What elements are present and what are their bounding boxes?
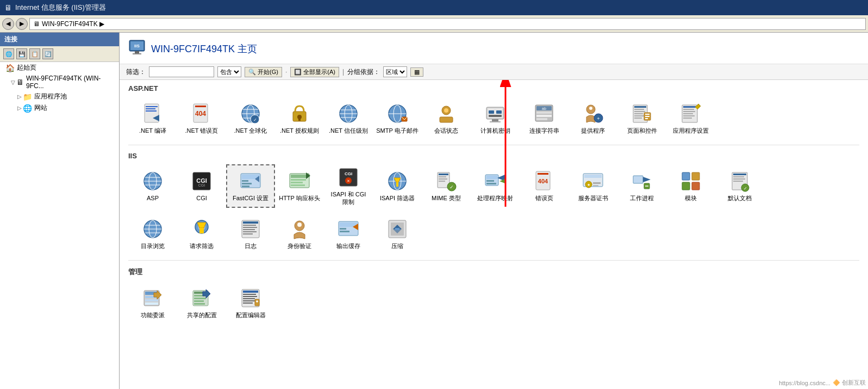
svg-rect-34 — [440, 117, 453, 122]
icon-dir-browse[interactable]: 目录浏览 — [128, 212, 177, 256]
icon-shared-config[interactable]: 共享的配置 — [177, 281, 226, 325]
icon-dotnet-compile[interactable]: .NET 编译 — [128, 97, 177, 140]
svg-rect-82 — [242, 186, 249, 187]
svg-rect-146 — [243, 221, 258, 224]
http-response-label: HTTP 响应标头 — [279, 194, 320, 202]
apppool-label: 应用程序池 — [34, 92, 67, 101]
expand-icon-apppool: ▷ — [17, 94, 22, 100]
svg-rect-39 — [489, 115, 502, 117]
apppool-icon: 📁 — [23, 92, 32, 101]
icon-app-settings[interactable]: 应用程序设置 — [666, 97, 715, 140]
shared-config-label: 共享的配置 — [187, 311, 217, 319]
svg-rect-178 — [194, 303, 205, 305]
icon-dotnet-global[interactable]: ✓ .NET 全球化 — [226, 97, 275, 140]
forward-button[interactable]: ▶ — [16, 18, 28, 30]
filter-input[interactable] — [149, 66, 214, 77]
cgi-icon: CGI CGI — [191, 170, 213, 192]
start-filter-button[interactable]: 🔍 开始(G) — [245, 67, 282, 77]
filter-label: 筛选： — [126, 67, 146, 77]
icon-modules[interactable]: 模块 — [666, 164, 715, 208]
icon-fastcgi[interactable]: FastCGI 设置 — [226, 164, 275, 208]
group-label: 分组依据： — [347, 67, 380, 77]
icon-output-cache[interactable]: 输出缓存 — [324, 212, 373, 256]
svg-rect-148 — [243, 227, 257, 228]
svg-rect-47 — [536, 118, 547, 120]
sidebar-toolbar: 🌐 💾 📋 🔄 — [0, 46, 119, 62]
svg-rect-125 — [682, 172, 690, 180]
icon-worker-process[interactable]: 工作进程 — [617, 164, 666, 208]
icon-asp[interactable]: ASP — [128, 164, 177, 208]
icon-session[interactable]: 会话状态 — [422, 97, 471, 140]
group-dropdown[interactable]: 区域 — [383, 66, 407, 77]
auth-label: 身份验证 — [288, 242, 311, 250]
auth-icon — [289, 218, 310, 240]
modules-label: 模块 — [685, 194, 697, 202]
sidebar-item-startpage[interactable]: 🏠 起始页 — [2, 62, 119, 73]
sidebar-tool-save[interactable]: 💾 — [16, 48, 27, 59]
svg-rect-184 — [243, 298, 255, 299]
fastcgi-label: FastCGI 设置 — [233, 194, 268, 202]
icon-log[interactable]: 日志 — [226, 212, 275, 256]
icon-auth[interactable]: 身份验证 — [275, 212, 324, 256]
smtp-icon — [386, 103, 408, 125]
icon-dotnet-trust[interactable]: .NET 信任级别 — [324, 97, 373, 140]
icon-smtp[interactable]: SMTP 电子邮件 — [373, 97, 422, 140]
sidebar-tool-refresh[interactable]: 🔄 — [42, 48, 53, 59]
icon-machine-key[interactable]: 计算机密钥 — [471, 97, 520, 140]
icon-isapi-cgi[interactable]: CGI ✕ ISAPI 和 CGI 限制 — [324, 164, 373, 208]
svg-rect-58 — [634, 118, 642, 119]
icon-config-editor[interactable]: 配置编辑器 — [226, 281, 275, 325]
svg-rect-126 — [692, 172, 700, 180]
svg-rect-80 — [242, 180, 248, 182]
request-filter-label: 请求筛选 — [190, 242, 214, 250]
isapi-filter-label: ISAPI 筛选器 — [380, 194, 415, 202]
svg-rect-2 — [135, 51, 139, 53]
svg-rect-102 — [439, 178, 447, 180]
icon-default-doc[interactable]: ✓ 默认文档 — [715, 164, 764, 208]
sidebar-tool-list[interactable]: 📋 — [29, 48, 40, 59]
dotnet-global-icon: ✓ — [240, 103, 261, 125]
icon-compress[interactable]: 压缩 — [373, 212, 422, 256]
icon-http-response[interactable]: HTTP 响应标头 — [275, 164, 324, 208]
icon-provider[interactable]: + 提供程序 — [569, 97, 617, 140]
dotnet-compile-icon — [142, 103, 164, 125]
icon-isapi-filter[interactable]: ISAPI 筛选器 — [373, 164, 422, 208]
icon-dotnet-error[interactable]: 404 .NET 错误页 — [177, 97, 226, 140]
back-button[interactable]: ◀ — [2, 18, 14, 30]
nav-bar: ◀ ▶ 🖥 WIN-9FC7IF494TK ▶ — [0, 15, 868, 33]
svg-rect-107 — [486, 176, 497, 179]
isapi-filter-icon — [386, 170, 408, 192]
icon-pages[interactable]: 页面和控件 — [617, 97, 666, 140]
icon-dotnet-auth[interactable]: .NET 授权规则 — [275, 97, 324, 140]
divider-aspnet-iis — [128, 145, 859, 145]
show-all-button[interactable]: 🔲 全部显示(A) — [290, 67, 339, 77]
sidebar-item-server[interactable]: ▽ 🖥 WIN-9FC7IF494TK (WIN-9FC... — [2, 73, 119, 91]
isapi-cgi-icon: CGI ✕ — [338, 166, 359, 188]
svg-point-153 — [297, 223, 302, 227]
error-pages-icon: 404 — [533, 170, 555, 192]
icon-cgi[interactable]: CGI CGI CGI — [177, 164, 226, 208]
iis-grid-2: 目录浏览 请求筛选 — [120, 212, 868, 260]
sidebar-tool-globe[interactable]: 🌐 — [3, 48, 14, 59]
machine-key-label: 计算机密钥 — [480, 127, 510, 134]
icon-mime[interactable]: ✓ MIME 类型 — [422, 164, 471, 208]
icon-server-cert[interactable]: ★ 服务器证书 — [569, 164, 617, 208]
sidebar-header: 连接 — [0, 33, 119, 46]
startpage-icon: 🏠 — [5, 64, 15, 72]
icon-request-filter[interactable]: 请求筛选 — [177, 212, 226, 256]
icon-feature-delegate[interactable]: 功能委派 — [128, 281, 177, 325]
icon-handler[interactable]: 处理程序映射 — [471, 164, 520, 208]
sidebar-item-website[interactable]: ▷ 🌐 网站 — [2, 102, 119, 114]
icon-conn-string[interactable]: ab 连接字符串 — [520, 97, 569, 140]
server-icon: 🖥 — [16, 78, 24, 87]
icon-error-pages[interactable]: 404 错误页 — [520, 164, 569, 208]
handler-label: 处理程序映射 — [477, 194, 513, 202]
svg-text:404: 404 — [195, 110, 206, 118]
sidebar-item-apppool[interactable]: ▷ 📁 应用程序池 — [2, 91, 119, 102]
filter-dropdown[interactable]: 包含 — [217, 66, 241, 77]
content-header-title: WIN-9FC7IF494TK 主页 — [151, 42, 257, 55]
dotnet-auth-label: .NET 授权规则 — [280, 127, 319, 134]
svg-rect-103 — [439, 181, 445, 182]
provider-icon: + — [582, 103, 604, 125]
view-button[interactable]: ▦ — [410, 67, 423, 77]
